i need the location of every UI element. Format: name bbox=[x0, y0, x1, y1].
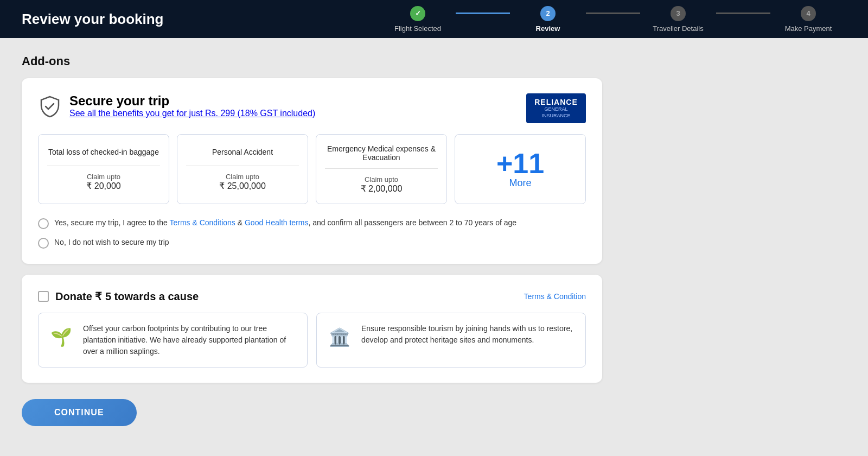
donation-option-1: 🌱 Offset your carbon footprints by contr… bbox=[38, 313, 308, 368]
donation-text-1: Offset your carbon footprints by contrib… bbox=[83, 323, 298, 357]
donate-header: Donate ₹ 5 towards a cause Terms & Condi… bbox=[38, 290, 586, 303]
step-flight-selected: ✓ Flight Selected bbox=[380, 6, 456, 33]
step-4-label: Make Payment bbox=[785, 24, 832, 33]
donate-title: Donate ₹ 5 towards a cause bbox=[55, 290, 199, 303]
radio-yes-text: Yes, secure my trip, I agree to the Term… bbox=[54, 217, 516, 229]
step-3-label: Traveller Details bbox=[653, 24, 703, 33]
radio-yes-circle bbox=[38, 218, 49, 229]
step-review: 2 Review bbox=[510, 6, 586, 33]
coverage-claim-label-1: Claim upto bbox=[47, 173, 160, 181]
donate-card: Donate ₹ 5 towards a cause Terms & Condi… bbox=[22, 275, 602, 383]
coverage-card-3: Emergency Medical expenses & Evacuation … bbox=[316, 134, 447, 204]
reliance-name: RELIANCE bbox=[534, 98, 578, 106]
continue-button[interactable]: CONTINUE bbox=[22, 399, 137, 426]
benefits-link[interactable]: See all the benefits you get for just Rs… bbox=[69, 109, 315, 118]
coverage-grid: Total loss of checked-in baggage Claim u… bbox=[38, 134, 586, 204]
shield-icon bbox=[38, 94, 62, 118]
reliance-logo: RELIANCE GENERALINSURANCE bbox=[526, 93, 586, 123]
connector-1 bbox=[456, 12, 510, 14]
donation-text-2: Ensure responsible tourism by joining ha… bbox=[361, 323, 577, 346]
connector-2 bbox=[586, 12, 640, 14]
donate-terms-link[interactable]: Terms & Condition bbox=[524, 292, 586, 301]
step-2-label: Review bbox=[536, 24, 560, 33]
secure-trip-left: Secure your trip See all the benefits yo… bbox=[38, 93, 315, 118]
heritage-icon: 🏛️ bbox=[326, 323, 354, 351]
radio-no-circle bbox=[38, 238, 49, 249]
radio-no-text: No, I do not wish to secure my trip bbox=[54, 237, 169, 248]
coverage-title-3: Emergency Medical expenses & Evacuation bbox=[325, 144, 438, 169]
secure-trip-header: Secure your trip See all the benefits yo… bbox=[38, 93, 586, 123]
donation-grid: 🌱 Offset your carbon footprints by contr… bbox=[38, 313, 586, 368]
reliance-sub: GENERALINSURANCE bbox=[534, 106, 578, 119]
secure-trip-title: Secure your trip bbox=[69, 93, 315, 109]
coverage-title-1: Total loss of checked-in baggage bbox=[47, 144, 160, 166]
addons-title: Add-ons bbox=[22, 54, 602, 68]
connector-3 bbox=[716, 12, 770, 14]
donate-left: Donate ₹ 5 towards a cause bbox=[38, 290, 199, 303]
tree-icon: 🌱 bbox=[47, 323, 75, 351]
more-label: More bbox=[509, 178, 531, 189]
coverage-card-2: Personal Accident Claim upto ₹ 25,00,000 bbox=[177, 134, 308, 204]
terms-conditions-link[interactable]: Terms & Conditions bbox=[169, 218, 235, 227]
coverage-card-1: Total loss of checked-in baggage Claim u… bbox=[38, 134, 169, 204]
secure-trip-card: Secure your trip See all the benefits yo… bbox=[22, 78, 602, 264]
step-1-label: Flight Selected bbox=[394, 24, 441, 33]
coverage-title-2: Personal Accident bbox=[186, 144, 299, 166]
step-1-circle: ✓ bbox=[410, 6, 425, 21]
coverage-amount-1: ₹ 20,000 bbox=[47, 181, 160, 191]
main-content: Add-ons Secure your trip See all the ben… bbox=[0, 38, 624, 442]
radio-no-option[interactable]: No, I do not wish to secure my trip bbox=[38, 237, 586, 249]
page-title: Review your booking bbox=[22, 11, 164, 28]
more-card[interactable]: +11 More bbox=[455, 134, 586, 204]
donate-checkbox[interactable] bbox=[38, 291, 49, 302]
header: Review your booking ✓ Flight Selected 2 … bbox=[0, 0, 868, 38]
step-make-payment: 4 Make Payment bbox=[770, 6, 846, 33]
more-count: +11 bbox=[496, 149, 544, 178]
step-4-circle: 4 bbox=[801, 6, 816, 21]
step-3-circle: 3 bbox=[671, 6, 686, 21]
coverage-claim-label-3: Claim upto bbox=[325, 175, 438, 183]
coverage-amount-3: ₹ 2,00,000 bbox=[325, 183, 438, 194]
radio-options: Yes, secure my trip, I agree to the Term… bbox=[38, 217, 586, 249]
secure-trip-text: Secure your trip See all the benefits yo… bbox=[69, 93, 315, 118]
donation-option-2: 🏛️ Ensure responsible tourism by joining… bbox=[316, 313, 586, 368]
good-health-link[interactable]: Good Health terms bbox=[245, 218, 309, 227]
radio-yes-option[interactable]: Yes, secure my trip, I agree to the Term… bbox=[38, 217, 586, 229]
step-traveller-details: 3 Traveller Details bbox=[640, 6, 716, 33]
progress-steps: ✓ Flight Selected 2 Review 3 Traveller D… bbox=[380, 6, 846, 33]
coverage-claim-label-2: Claim upto bbox=[186, 173, 299, 181]
step-2-circle: 2 bbox=[540, 6, 556, 21]
coverage-amount-2: ₹ 25,00,000 bbox=[186, 181, 299, 191]
